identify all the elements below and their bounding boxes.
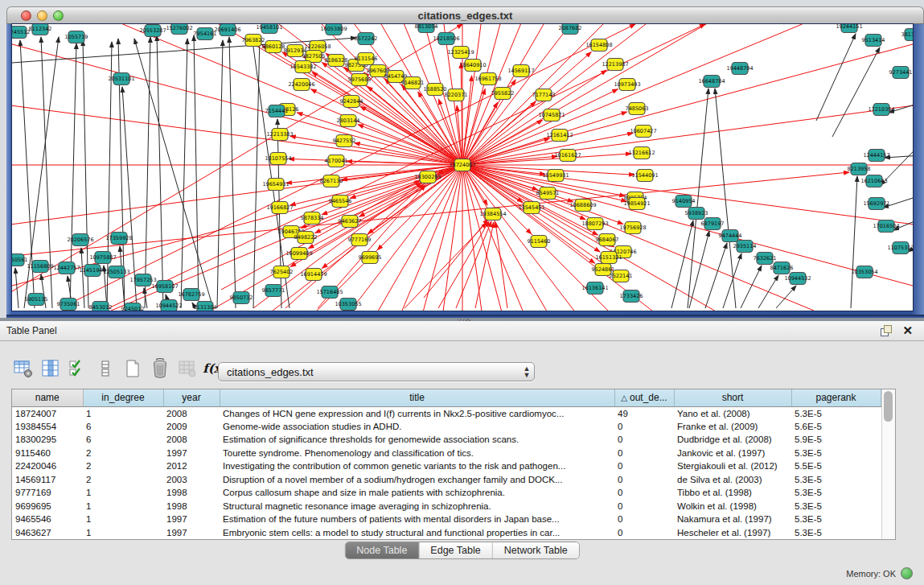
table-row[interactable]: 1456911722003Disruption of a novel membe… — [12, 473, 881, 487]
table-cell[interactable]: Jankovic et al. (1997) — [674, 447, 791, 460]
graph-node[interactable]: 9498222 — [294, 232, 318, 244]
graph-node[interactable]: 10353054 — [851, 266, 877, 278]
graph-node[interactable]: 15716485 — [316, 286, 343, 299]
graph-node[interactable]: 16958107 — [151, 281, 178, 293]
graph-node[interactable]: 12325419 — [447, 47, 474, 59]
graph-node[interactable]: 17210354 — [868, 104, 894, 116]
tab-network-table[interactable]: Network Table — [493, 542, 579, 558]
table-cell[interactable]: 6 — [83, 433, 163, 447]
table-cell[interactable]: Dudbridge et al. (2008) — [674, 433, 791, 447]
column-header-short[interactable]: short — [674, 389, 791, 406]
graph-node[interactable]: 16914479 — [300, 269, 326, 281]
table-cell[interactable]: 1997 — [163, 447, 220, 460]
graph-node[interactable]: 10688609 — [569, 200, 596, 212]
table-cell[interactable]: Structural magnetic resonance image aver… — [220, 500, 614, 513]
graph-node[interactable]: 10944522 — [155, 300, 182, 311]
graph-node[interactable]: 4170041 — [325, 155, 348, 167]
table-cell[interactable]: de Silva et al. (2003) — [674, 473, 791, 487]
table-cell[interactable]: 0 — [614, 459, 674, 473]
graph-node[interactable]: 11075312 — [887, 242, 913, 254]
table-cell[interactable]: 9465546 — [12, 513, 83, 526]
column-header-year[interactable]: year — [163, 389, 220, 406]
table-cell[interactable]: 1 — [83, 513, 163, 526]
graph-node[interactable]: 18640910 — [459, 60, 486, 72]
graph-node[interactable]: 7955822 — [491, 88, 515, 100]
graph-node[interactable]: 16053809 — [320, 24, 347, 35]
graph-node[interactable]: 16961758 — [474, 73, 501, 85]
table-cell[interactable]: 5.3E-5 — [791, 513, 881, 526]
graph-node[interactable]: 10161627 — [554, 150, 581, 162]
table-cell[interactable]: 0 — [614, 473, 674, 487]
graph-node[interactable]: 9115460 — [528, 236, 551, 248]
graph-node[interactable]: 19448794 — [726, 63, 753, 75]
graph-node[interactable]: 9273441 — [889, 67, 913, 79]
table-row[interactable]: 946362711997Embryonic stem cells: a mode… — [12, 526, 881, 540]
tab-edge-table[interactable]: Edge Table — [419, 542, 492, 558]
table-cell[interactable]: 5.9E-5 — [791, 433, 881, 447]
merge-tables-icon[interactable] — [93, 356, 117, 381]
network-window-titlebar[interactable]: citations_edges.txt — [6, 6, 924, 24]
float-window-icon[interactable] — [881, 325, 892, 336]
graph-node[interactable]: 7154441 — [265, 105, 289, 117]
graph-node[interactable]: 9245512 — [12, 27, 30, 39]
table-cell[interactable]: 49 — [614, 406, 674, 420]
graph-node[interactable]: 8471626 — [770, 262, 794, 274]
graph-node[interactable]: 8860128 — [262, 41, 285, 53]
graph-node[interactable]: 2522141 — [610, 270, 633, 282]
table-cell[interactable]: Genome-wide association studies in ADHD. — [220, 420, 614, 434]
table-row[interactable]: 911546021997Tourette syndrome. Phenomeno… — [12, 447, 881, 460]
graph-node[interactable]: 7954161 — [194, 28, 217, 40]
table-cell[interactable]: 2009 — [163, 420, 220, 434]
graph-node[interactable]: 9140954 — [672, 196, 696, 208]
column-header-pagerank[interactable]: pagerank — [791, 389, 881, 406]
table-cell[interactable]: 0 — [614, 526, 674, 540]
table-cell[interactable]: 19384554 — [12, 420, 83, 434]
graph-node[interactable]: 20553287 — [139, 25, 166, 37]
graph-node[interactable]: 6879197 — [701, 218, 725, 230]
graph-node[interactable]: 9474444 — [719, 230, 742, 242]
graph-node[interactable]: 18807293 — [581, 218, 608, 230]
graph-node[interactable]: 12213383 — [266, 129, 293, 141]
table-cell[interactable]: 2008 — [163, 406, 220, 420]
table-cell[interactable]: 18300295 — [12, 433, 83, 447]
table-row[interactable]: 977716911998Corpus callosum shape and si… — [12, 486, 881, 500]
table-cell[interactable]: 1 — [83, 526, 163, 540]
table-cell[interactable]: 14569117 — [12, 473, 83, 487]
graph-node[interactable]: 19458101 — [256, 24, 282, 34]
table-cell[interactable]: Nakamura et al. (1997) — [674, 513, 791, 526]
graph-node[interactable]: 19384554 — [479, 208, 506, 220]
graph-node[interactable]: 9465546 — [329, 196, 352, 208]
table-settings-icon[interactable] — [11, 356, 35, 381]
import-table-icon[interactable] — [175, 356, 199, 381]
table-cell[interactable]: 0 — [614, 513, 674, 526]
table-cell[interactable]: Changes of HCN gene expression and I(f) … — [220, 406, 614, 420]
table-cell[interactable]: Investigating the contribution of common… — [220, 459, 614, 473]
graph-node[interactable]: 10745871 — [538, 109, 565, 122]
close-icon[interactable]: ✕ — [902, 323, 913, 338]
table-cell[interactable]: 1 — [83, 500, 163, 513]
delete-table-icon[interactable] — [148, 356, 172, 381]
graph-node[interactable]: 19218506 — [433, 33, 459, 45]
table-cell[interactable]: 0 — [614, 486, 674, 500]
graph-node[interactable]: 20206576 — [67, 234, 93, 246]
graph-node[interactable]: 1055719 — [65, 31, 88, 43]
graph-node[interactable]: 15276002 — [166, 24, 192, 35]
column-header-indegree[interactable]: in_degree — [83, 389, 163, 406]
graph-node[interactable]: 17359928 — [105, 233, 132, 245]
table-cell[interactable]: 2 — [83, 447, 163, 460]
table-cell[interactable]: 1998 — [163, 486, 220, 500]
graph-node[interactable]: 1733426 — [620, 290, 643, 303]
graph-node[interactable]: 19166827 — [266, 202, 293, 214]
table-cell[interactable]: 2003 — [163, 473, 220, 487]
table-cell[interactable]: Tourette syndrome. Phenomenology and cla… — [220, 447, 614, 460]
graph-node[interactable]: 7485063 — [626, 103, 649, 115]
table-cell[interactable]: Estimation of significance thresholds fo… — [220, 433, 614, 447]
column-header-name[interactable]: name — [12, 389, 83, 406]
graph-node[interactable]: 9427552 — [333, 135, 356, 147]
graph-node[interactable]: 10353055 — [335, 299, 361, 311]
graph-node[interactable]: 9242844 — [340, 96, 363, 108]
table-cell[interactable]: 0 — [614, 500, 674, 513]
graph-node[interactable]: 5975685 — [348, 74, 372, 86]
graph-node[interactable]: 2803144 — [337, 115, 360, 127]
table-cell[interactable]: 2012 — [163, 459, 220, 473]
